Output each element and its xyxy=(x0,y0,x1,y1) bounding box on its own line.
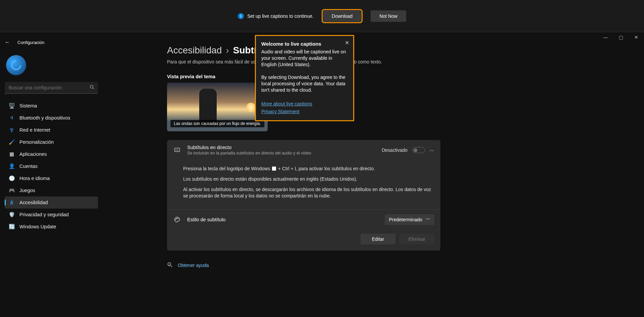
sidebar-item-sistema[interactable]: 🖥️ Sistema xyxy=(5,100,98,112)
close-icon[interactable]: ✕ xyxy=(345,39,349,47)
user-avatar[interactable] xyxy=(6,55,26,75)
popup-title: Welcome to live captions xyxy=(261,41,348,47)
caption-style-title: Estilo de subtítulo xyxy=(187,217,379,222)
accessibility-icon xyxy=(9,199,15,206)
help-icon xyxy=(167,262,173,269)
sidebar-item-label: Red e Internet xyxy=(19,127,50,133)
sidebar-item-aplicaciones[interactable]: ▦ Aplicaciones xyxy=(5,148,98,160)
sidebar-item-cuentas[interactable]: 👤 Cuentas xyxy=(5,160,98,172)
cc-icon xyxy=(173,146,181,154)
chevron-up-icon[interactable]: ︿ xyxy=(430,147,434,153)
banner-message: Set up live captions to continue. xyxy=(247,13,314,19)
person-icon: 👤 xyxy=(9,163,15,169)
sidebar-item-hora[interactable]: 🕑 Hora e idioma xyxy=(5,172,98,184)
sidebar-item-bluetooth[interactable]: Bluetooth y dispositivos xyxy=(5,112,98,124)
main-content: Accesibilidad › Subtítulos Para que el d… xyxy=(104,32,644,317)
svg-point-5 xyxy=(175,219,176,220)
caption-style-dropdown[interactable]: Predeterminado ﹀ xyxy=(385,214,434,225)
update-icon: 🔄 xyxy=(9,224,15,230)
game-icon: 🎮 xyxy=(9,187,15,193)
breadcrumb: Accesibilidad › Subtítulos xyxy=(167,45,624,56)
system-icon: 🖥️ xyxy=(9,103,15,109)
app-title: Configuración xyxy=(17,40,44,45)
search-box[interactable] xyxy=(5,82,98,94)
sidebar-item-label: Personalización xyxy=(19,139,54,145)
search-icon xyxy=(90,85,95,91)
globe-icon: 🕑 xyxy=(9,175,15,181)
sidebar-item-red[interactable]: Red e Internet xyxy=(5,124,98,136)
brush-icon: 🖌️ xyxy=(9,139,15,145)
live-captions-state: Desactivado xyxy=(382,147,408,153)
apps-icon: ▦ xyxy=(9,151,15,157)
svg-point-8 xyxy=(168,263,171,266)
popup-paragraph-2: By selecting Download, you agree to the … xyxy=(261,74,348,93)
sidebar-item-update[interactable]: 🔄 Windows Update xyxy=(5,221,98,233)
popup-paragraph-1: Audio and video will be captioned live o… xyxy=(261,49,348,68)
sidebar-item-label: Cuentas xyxy=(19,164,38,169)
live-captions-details: Presiona la tecla del logotipo de Window… xyxy=(167,160,440,209)
caption-style-row: Estilo de subtítulo Predeterminado ﹀ xyxy=(167,209,440,230)
sidebar-item-label: Sistema xyxy=(19,103,37,108)
download-button[interactable]: Download xyxy=(323,10,361,22)
edit-style-button[interactable]: Editar xyxy=(361,234,395,244)
svg-point-3 xyxy=(11,200,12,201)
page-subtitle: Para que el dispositivo sea más fácil de… xyxy=(167,59,624,64)
caption-theme-preview: Las ondas son causadas por un flujo de e… xyxy=(167,83,268,131)
live-captions-toggle[interactable] xyxy=(412,147,425,153)
welcome-live-captions-popup: ✕ Welcome to live captions Audio and vid… xyxy=(255,35,354,121)
more-about-link[interactable]: More about live captions xyxy=(261,101,312,107)
svg-point-0 xyxy=(90,85,93,88)
sidebar-item-label: Juegos xyxy=(19,188,35,193)
get-help-link[interactable]: Obtener ayuda xyxy=(167,262,440,269)
sidebar-item-accesibilidad[interactable]: Accesibilidad xyxy=(5,196,98,209)
search-input[interactable] xyxy=(5,82,98,94)
chevron-right-icon: › xyxy=(226,45,229,56)
wifi-icon xyxy=(9,127,15,133)
live-captions-subtitle: Se incluirán en la pantalla subtítulos e… xyxy=(187,151,376,155)
sidebar-item-personalizacion[interactable]: 🖌️ Personalización xyxy=(5,136,98,148)
svg-point-7 xyxy=(178,218,178,219)
sidebar-item-label: Bluetooth y dispositivos xyxy=(19,115,70,121)
live-captions-title: Subtítulos en directo xyxy=(187,145,376,150)
sidebar-item-label: Aplicaciones xyxy=(19,151,47,157)
svg-point-6 xyxy=(176,218,177,219)
info-icon: i xyxy=(238,13,244,19)
sidebar-item-label: Privacidad y seguridad xyxy=(19,212,69,217)
sidebar-item-juegos[interactable]: 🎮 Juegos xyxy=(5,184,98,196)
back-button[interactable]: ← xyxy=(5,39,10,45)
palette-icon xyxy=(173,216,181,224)
privacy-statement-link[interactable]: Privacy Statement xyxy=(261,108,300,115)
sidebar-item-label: Accesibilidad xyxy=(19,200,48,205)
delete-style-button: Eliminar xyxy=(399,234,434,244)
not-now-button[interactable]: Not Now xyxy=(371,10,406,22)
preview-caption-text: Las ondas son causadas por un flujo de e… xyxy=(170,120,264,127)
windows-key-icon xyxy=(272,167,276,171)
chevron-down-icon: ﹀ xyxy=(426,217,430,223)
svg-line-1 xyxy=(93,88,94,89)
sidebar-item-label: Hora e idioma xyxy=(19,176,50,181)
sidebar-item-label: Windows Update xyxy=(19,224,56,229)
breadcrumb-parent[interactable]: Accesibilidad xyxy=(167,45,222,56)
preview-label: Vista previa del tema xyxy=(167,74,624,79)
shield-icon: 🛡️ xyxy=(9,212,15,218)
sidebar-item-privacidad[interactable]: 🛡️ Privacidad y seguridad xyxy=(5,209,98,221)
svg-rect-4 xyxy=(175,148,180,152)
settings-nav: ← Configuración 🖥️ Sistema Bluetooth y d… xyxy=(0,32,104,317)
bluetooth-icon xyxy=(9,115,15,121)
live-captions-card: Subtítulos en directo Se incluirán en la… xyxy=(167,140,440,251)
svg-point-2 xyxy=(11,131,12,132)
live-captions-setup-banner: i Set up live captions to continue. Down… xyxy=(0,0,644,32)
